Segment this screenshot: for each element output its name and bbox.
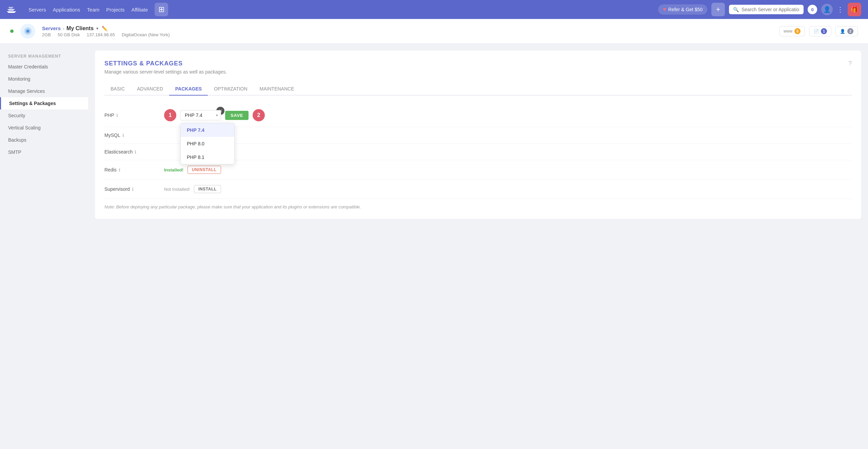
php-step-1: 1: [164, 109, 176, 121]
search-input[interactable]: [742, 7, 800, 12]
notification-badge[interactable]: 0: [808, 5, 817, 14]
elasticsearch-info-icon[interactable]: ℹ: [135, 149, 136, 155]
sidebar: Server Management Master Credentials Mon…: [0, 44, 88, 449]
supervisord-info-icon[interactable]: ℹ: [132, 187, 134, 192]
main-layout: Server Management Master Credentials Mon…: [0, 44, 868, 449]
php-save-button[interactable]: SAVE: [225, 111, 249, 120]
supervisord-status: Not Installed!: [164, 187, 190, 192]
breadcrumb: Servers › My Clients ▾ ✏️: [42, 25, 170, 32]
supervisord-package-row: Supervisord ℹ Not Installed! INSTALL: [104, 180, 852, 199]
tab-basic[interactable]: BASIC: [104, 83, 131, 96]
php-option-81[interactable]: PHP 8.1: [181, 150, 234, 164]
grid-button[interactable]: ⊞: [155, 3, 168, 16]
php-selected-value: PHP 7.4: [185, 113, 202, 118]
sidebar-item-master-credentials[interactable]: Master Credentials: [0, 61, 88, 73]
nav-team[interactable]: Team: [87, 7, 100, 13]
server-disk: 50 GB Disk: [58, 32, 80, 37]
www-stats-button[interactable]: www 5: [779, 26, 805, 36]
server-dropdown-icon[interactable]: ▾: [96, 26, 98, 31]
user-avatar-button[interactable]: 👤: [821, 4, 833, 15]
tab-maintenance[interactable]: MAINTENANCE: [254, 83, 300, 96]
server-logo: [20, 24, 35, 39]
redis-uninstall-button[interactable]: UNINSTALL: [188, 166, 221, 174]
php-label: PHP ℹ: [104, 113, 159, 118]
php-row-wrapper: 1 ✕ PHP 7.4 ▾ PHP 7.4: [164, 109, 265, 121]
php-step-2: 2: [253, 109, 265, 121]
logo[interactable]: [7, 5, 20, 14]
server-actions: www 5 📄 1 👤 2: [779, 26, 858, 36]
tab-advanced[interactable]: ADVANCED: [131, 83, 169, 96]
gift-button[interactable]: 🎁: [848, 3, 861, 16]
php-package-row: PHP ℹ 1 ✕ PHP 7.4 ▾: [104, 104, 852, 127]
tab-packages[interactable]: PACKAGES: [169, 83, 208, 96]
server-bar: Servers › My Clients ▾ ✏️ 2GB 50 GB Disk…: [0, 19, 868, 44]
sidebar-item-settings-packages[interactable]: Settings & Packages: [0, 97, 88, 109]
php-dropdown-popup: PHP 7.4 PHP 8.0 PHP 8.1: [180, 123, 235, 164]
user-count-badge: 2: [847, 28, 853, 34]
users-stats-button[interactable]: 👤 2: [835, 26, 858, 36]
sidebar-item-backups[interactable]: Backups: [0, 134, 88, 146]
user-icon: 👤: [840, 29, 845, 34]
refer-button[interactable]: ♥ Refer & Get $50: [658, 4, 707, 15]
more-options-button[interactable]: ⋮: [837, 5, 844, 14]
server-status-dot: [10, 29, 14, 33]
add-button[interactable]: +: [711, 3, 725, 16]
page-subtitle: Manage various server-level settings as …: [104, 69, 852, 75]
content-card: SETTINGS & PACKAGES Manage various serve…: [95, 50, 861, 219]
supervisord-install-button[interactable]: INSTALL: [194, 185, 221, 193]
php-dropdown-container: ✕ PHP 7.4 ▾ PHP 7.4 PHP 8.0 PHP 8.1: [180, 110, 221, 120]
php-option-74[interactable]: PHP 7.4: [181, 123, 234, 137]
mysql-label: MySQL ℹ: [104, 132, 159, 138]
nav-affiliate[interactable]: Affiliate: [131, 7, 148, 13]
nav-projects[interactable]: Projects: [106, 7, 124, 13]
supervisord-control: Not Installed! INSTALL: [164, 185, 852, 193]
sidebar-item-vertical-scaling[interactable]: Vertical Scaling: [0, 122, 88, 134]
sidebar-item-security[interactable]: Security: [0, 109, 88, 122]
php-version-select[interactable]: PHP 7.4 ▾: [180, 110, 221, 120]
edit-server-icon[interactable]: ✏️: [102, 26, 107, 31]
php-control: 1 ✕ PHP 7.4 ▾ PHP 7.4: [164, 109, 852, 121]
php-info-icon[interactable]: ℹ: [116, 113, 118, 118]
breadcrumb-servers-link[interactable]: Servers: [42, 25, 61, 31]
supervisord-label: Supervisord ℹ: [104, 186, 159, 192]
php-option-80[interactable]: PHP 8.0: [181, 137, 234, 150]
refer-label: Refer & Get $50: [668, 7, 703, 12]
server-ip: 137.184.98.65: [87, 32, 115, 37]
sidebar-item-monitoring[interactable]: Monitoring: [0, 73, 88, 85]
www-icon: www: [784, 29, 792, 34]
server-name: My Clients: [66, 25, 94, 32]
file-icon: 📄: [813, 29, 819, 34]
help-icon[interactable]: ?: [848, 60, 852, 67]
tabs: BASIC ADVANCED PACKAGES OPTIMIZATION MAI…: [104, 83, 852, 96]
server-meta: 2GB 50 GB Disk 137.184.98.65 DigitalOcea…: [42, 32, 170, 37]
files-stats-button[interactable]: 📄 1: [809, 26, 831, 36]
server-provider: DigitalOcean (New York): [122, 32, 170, 37]
tab-optimization[interactable]: OPTIMIZATION: [208, 83, 254, 96]
server-ram: 2GB: [42, 32, 51, 37]
nav-right: ♥ Refer & Get $50 + 🔍 0 👤 ⋮ 🎁: [658, 3, 861, 16]
heart-icon: ♥: [663, 6, 666, 13]
elasticsearch-label: Elasticsearch ℹ: [104, 149, 159, 155]
content-area: SETTINGS & PACKAGES Manage various serve…: [88, 44, 868, 449]
sidebar-section-title: Server Management: [0, 50, 88, 61]
nav-servers[interactable]: Servers: [28, 7, 46, 13]
breadcrumb-separator: ›: [63, 25, 64, 31]
redis-label: Redis ℹ: [104, 167, 159, 172]
www-count-badge: 5: [794, 28, 801, 34]
packages-note: Note: Before deploying any particular pa…: [104, 204, 852, 209]
mysql-info-icon[interactable]: ℹ: [122, 133, 124, 138]
svg-point-2: [26, 30, 29, 33]
sidebar-item-smtp[interactable]: SMTP: [0, 146, 88, 158]
sidebar-item-manage-services[interactable]: Manage Services: [0, 85, 88, 97]
nav-links: Servers Applications Team Projects Affil…: [28, 3, 168, 16]
redis-info-icon[interactable]: ℹ: [119, 167, 120, 172]
search-icon: 🔍: [733, 7, 739, 12]
packages-grid: PHP ℹ 1 ✕ PHP 7.4 ▾: [104, 104, 852, 199]
redis-status: Installed!: [164, 167, 183, 172]
page-title: SETTINGS & PACKAGES: [104, 60, 852, 67]
redis-control: Installed! UNINSTALL: [164, 166, 852, 174]
search-container: 🔍: [729, 5, 804, 14]
server-details: Servers › My Clients ▾ ✏️ 2GB 50 GB Disk…: [42, 25, 170, 37]
nav-applications[interactable]: Applications: [53, 7, 80, 13]
top-nav: Servers Applications Team Projects Affil…: [0, 0, 868, 19]
